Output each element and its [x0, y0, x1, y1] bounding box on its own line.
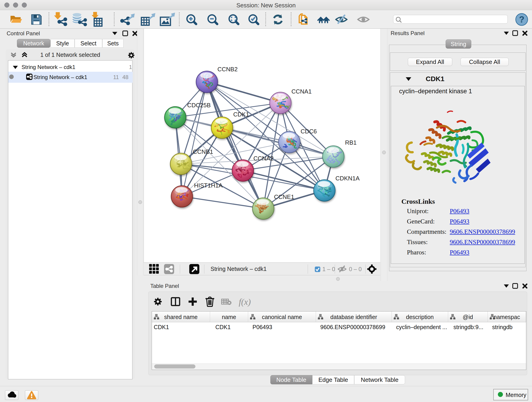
- svg-text:CCNA2: CCNA2: [253, 155, 273, 162]
- svg-text:CCNE1: CCNE1: [274, 193, 294, 200]
- svg-text:?: ?: [519, 15, 524, 24]
- svg-text:CCNB2: CCNB2: [217, 66, 238, 73]
- svg-text:RB1: RB1: [345, 139, 357, 146]
- svg-text:CCNB1: CCNB1: [193, 148, 213, 155]
- svg-text:CDK1: CDK1: [233, 111, 249, 118]
- svg-text:CCNA1: CCNA1: [291, 88, 312, 95]
- svg-text:f(x): f(x): [239, 297, 251, 307]
- svg-text:CDKN1A: CDKN1A: [336, 175, 360, 182]
- svg-text:CDC25B: CDC25B: [187, 102, 211, 109]
- svg-text:CDC6: CDC6: [301, 128, 317, 135]
- svg-text:HIST1H1A: HIST1H1A: [194, 182, 223, 189]
